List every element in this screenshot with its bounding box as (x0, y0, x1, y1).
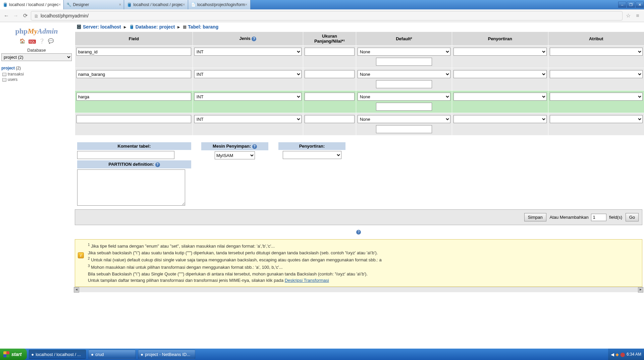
window-controls: – ❐ ✕ (618, 2, 644, 8)
close-icon[interactable]: × (245, 2, 248, 7)
favicon-icon: 🔧 (66, 2, 71, 7)
browser-tab-3[interactable]: 🛢️ localhost / localhost / projec × (124, 0, 188, 9)
close-icon[interactable]: × (183, 2, 185, 7)
back-button[interactable]: ← (3, 12, 10, 19)
minimize-button[interactable]: – (618, 2, 626, 8)
titlebar: 🛢️ localhost / localhost / projec × 🔧 De… (0, 0, 644, 9)
browser-tab-2[interactable]: 🔧 Designer × (64, 0, 124, 9)
browser-toolbar: ← → ⟳ 🗎 localhost/phpmyadmin/ ☆ ≡ (0, 9, 644, 22)
bookmark-icon[interactable]: ☆ (625, 12, 632, 19)
close-icon[interactable]: × (58, 2, 61, 7)
tab-title: localhost/project/login/form (197, 2, 245, 7)
favicon-icon: 🛢️ (3, 2, 7, 7)
close-window-button[interactable]: ✕ (636, 2, 644, 8)
url-text: localhost/phpmyadmin/ (41, 13, 89, 18)
tab-title: localhost / localhost / projec (9, 2, 58, 7)
reload-button[interactable]: ⟳ (21, 12, 29, 19)
browser-tabs: 🛢️ localhost / localhost / projec × 🔧 De… (0, 0, 618, 9)
favicon-icon: 📄 (191, 2, 196, 7)
browser-tab-4[interactable]: 📄 localhost/project/login/form × (188, 0, 251, 9)
page-icon: 🗎 (34, 13, 39, 18)
tab-title: Designer (73, 2, 89, 7)
close-icon[interactable]: × (119, 2, 121, 7)
url-bar[interactable]: 🗎 localhost/phpmyadmin/ (31, 11, 623, 20)
maximize-button[interactable]: ❐ (627, 2, 635, 8)
menu-icon[interactable]: ≡ (634, 13, 641, 19)
favicon-icon: 🛢️ (127, 2, 131, 7)
forward-button[interactable]: → (12, 12, 19, 19)
browser-tab-1[interactable]: 🛢️ localhost / localhost / projec × (0, 0, 64, 9)
tab-title: localhost / localhost / projec (133, 2, 182, 7)
